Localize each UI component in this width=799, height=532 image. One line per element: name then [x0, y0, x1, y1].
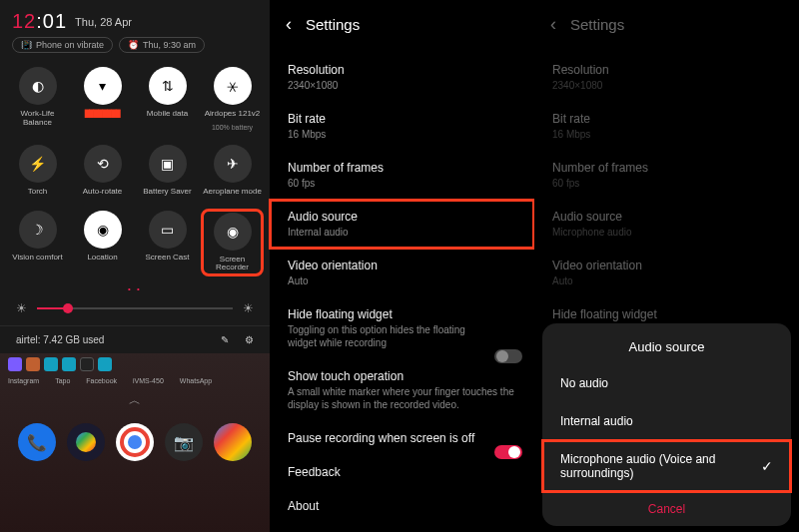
vibrate-icon: 📳	[21, 40, 32, 50]
quick-settings-panel: 12:01 Thu, 28 Apr 📳Phone on vibrate ⏰Thu…	[0, 0, 270, 532]
setting-bit-rate[interactable]: Bit rate16 Mbps	[270, 102, 534, 151]
option-microphone-audio[interactable]: Microphone audio (Voice and surroundings…	[542, 440, 791, 492]
vibrate-chip[interactable]: 📳Phone on vibrate	[12, 37, 113, 53]
tile-screen-cast[interactable]: ▭Screen Cast	[138, 211, 197, 275]
tile-aeroplane-mode[interactable]: ✈Aeroplane mode	[203, 145, 262, 197]
setting-about[interactable]: About	[270, 489, 534, 523]
page-title: Settings	[306, 16, 360, 33]
option-no-audio[interactable]: No audio	[542, 364, 791, 402]
setting-number-of-frames[interactable]: Number of frames60 fps	[270, 151, 534, 200]
setting-feedback[interactable]: Feedback	[270, 455, 534, 489]
brightness-high-icon: ☀	[243, 301, 254, 315]
tile-bluetooth[interactable]: ⚹Airdopes 121v2100% battery	[203, 67, 262, 131]
page-title: Settings	[570, 16, 624, 33]
rotate-icon: ⟲	[84, 145, 122, 183]
home-screen-background: Instagram Tapo Facebook iVMS-450 WhatsAp…	[0, 353, 270, 532]
setting-show-touch-operation[interactable]: Show touch operationA small white marker…	[270, 359, 534, 421]
tile-auto-rotate[interactable]: ⟲Auto-rotate	[73, 145, 132, 197]
gallery-app-icon[interactable]	[214, 423, 252, 461]
status-bar: 12:01 Thu, 28 Apr	[0, 0, 270, 37]
alarm-icon: ⏰	[128, 40, 139, 50]
setting-video-orientation[interactable]: Video orientationAuto	[270, 249, 534, 297]
camera-app-icon[interactable]: 📷	[165, 423, 203, 461]
setting-audio-source: Audio sourceMicrophone audio	[534, 200, 799, 249]
brightness-low-icon: ☀	[16, 301, 27, 315]
torch-icon: ⚡	[19, 145, 57, 183]
setting-hide-floating-widget[interactable]: Hide floating widgetToggling on this opt…	[270, 297, 534, 359]
option-internal-audio[interactable]: Internal audio	[542, 402, 791, 440]
app-label: Instagram	[8, 377, 39, 384]
setting-resolution[interactable]: Resolution2340×1080	[270, 53, 534, 102]
setting-audio-source[interactable]: Audio sourceInternal audio	[270, 200, 534, 249]
clock: 12:01	[12, 10, 67, 33]
pager-dots: • •	[0, 278, 270, 297]
back-icon[interactable]: ‹	[550, 14, 556, 35]
setting-pause-on-screen-off[interactable]: Pause recording when screen is off	[270, 421, 534, 455]
setting-resolution: Resolution2340×1080	[534, 53, 799, 102]
app-label: iVMS-450	[133, 377, 164, 384]
record-icon: ◉	[214, 213, 252, 251]
check-icon: ✓	[761, 458, 773, 474]
messages-app-icon[interactable]	[67, 423, 105, 461]
tile-vision-comfort[interactable]: ☽Vision comfort	[8, 211, 67, 275]
mobile-data-icon: ⇅	[149, 67, 187, 105]
bluetooth-icon: ⚹	[214, 67, 252, 105]
alarm-chip[interactable]: ⏰Thu, 9:30 am	[119, 37, 205, 53]
audio-source-dialog: Audio source No audio Internal audio Mic…	[542, 323, 791, 526]
moon-icon: ☽	[19, 211, 57, 249]
phone-app-icon[interactable]: 📞	[18, 423, 56, 461]
battery-icon: ▣	[149, 145, 187, 183]
settings-panel-with-dialog: ‹ Settings Resolution2340×1080 Bit rate1…	[534, 0, 799, 532]
pause-toggle[interactable]	[494, 445, 522, 459]
edit-icon[interactable]: ✎	[221, 334, 229, 345]
gear-icon[interactable]: ⚙	[245, 334, 254, 345]
setting-bit-rate: Bit rate16 Mbps	[534, 102, 799, 151]
airplane-icon: ✈	[214, 145, 252, 183]
app-label: Tapo	[55, 377, 70, 384]
tile-battery-saver[interactable]: ▣Battery Saver	[138, 145, 197, 197]
tile-location[interactable]: ◉Location	[73, 211, 132, 275]
setting-number-of-frames: Number of frames60 fps	[534, 151, 799, 200]
dock: 📞 📷	[0, 415, 270, 473]
dialog-title: Audio source	[542, 335, 791, 364]
location-icon: ◉	[84, 211, 122, 249]
setting-video-orientation: Video orientationAuto	[534, 249, 799, 297]
quick-tiles: ◐Work-Life Balance ▾████████ ⇅Mobile dat…	[0, 63, 270, 278]
work-life-icon: ◐	[19, 67, 57, 105]
tile-screen-recorder[interactable]: ◉Screen Recorder	[203, 211, 262, 275]
date: Thu, 28 Apr	[75, 16, 132, 28]
cancel-button[interactable]: Cancel	[542, 492, 791, 522]
tile-work-life-balance[interactable]: ◐Work-Life Balance	[8, 67, 67, 131]
wifi-icon: ▾	[84, 67, 122, 105]
tile-wifi[interactable]: ▾████████	[73, 67, 132, 131]
app-drawer-caret-icon[interactable]: ︿	[0, 386, 270, 415]
chrome-app-icon[interactable]	[116, 423, 154, 461]
back-icon[interactable]: ‹	[286, 14, 292, 35]
hide-widget-toggle[interactable]	[494, 349, 522, 363]
tile-torch[interactable]: ⚡Torch	[8, 145, 67, 197]
settings-panel: ‹ Settings Resolution2340×1080 Bit rate1…	[270, 0, 534, 532]
brightness-slider-row: ☀ ☀	[0, 297, 270, 325]
cast-icon: ▭	[149, 211, 187, 249]
app-label: WhatsApp	[180, 377, 212, 384]
data-usage-text: airtel: 7.42 GB used	[16, 334, 104, 345]
tile-mobile-data[interactable]: ⇅Mobile data	[138, 67, 197, 131]
brightness-slider[interactable]	[37, 307, 233, 309]
app-label: Facebook	[86, 377, 117, 384]
